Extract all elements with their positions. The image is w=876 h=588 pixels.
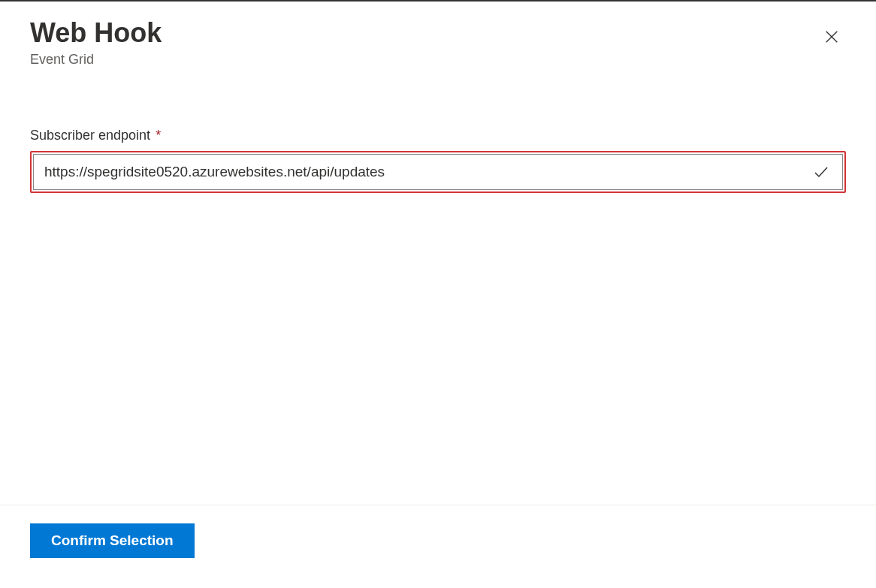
close-button[interactable] [817,23,846,51]
blade-header: Web Hook Event Grid [30,17,846,68]
endpoint-input-inner [33,154,843,190]
subscriber-endpoint-input[interactable] [34,155,800,189]
close-icon [823,29,840,45]
endpoint-input-wrapper [30,151,846,193]
endpoint-label: Subscriber endpoint * [30,128,846,143]
blade-title: Web Hook [30,17,162,49]
blade-footer: Confirm Selection [0,505,876,588]
webhook-blade: Web Hook Event Grid Subscriber endpoint … [0,2,876,588]
blade-subtitle: Event Grid [30,52,162,68]
form-section: Subscriber endpoint * [30,128,846,505]
endpoint-label-text: Subscriber endpoint [30,128,150,143]
required-marker: * [156,128,161,143]
confirm-selection-button[interactable]: Confirm Selection [30,523,195,558]
header-text-group: Web Hook Event Grid [30,17,162,68]
validation-check-icon [800,163,842,181]
